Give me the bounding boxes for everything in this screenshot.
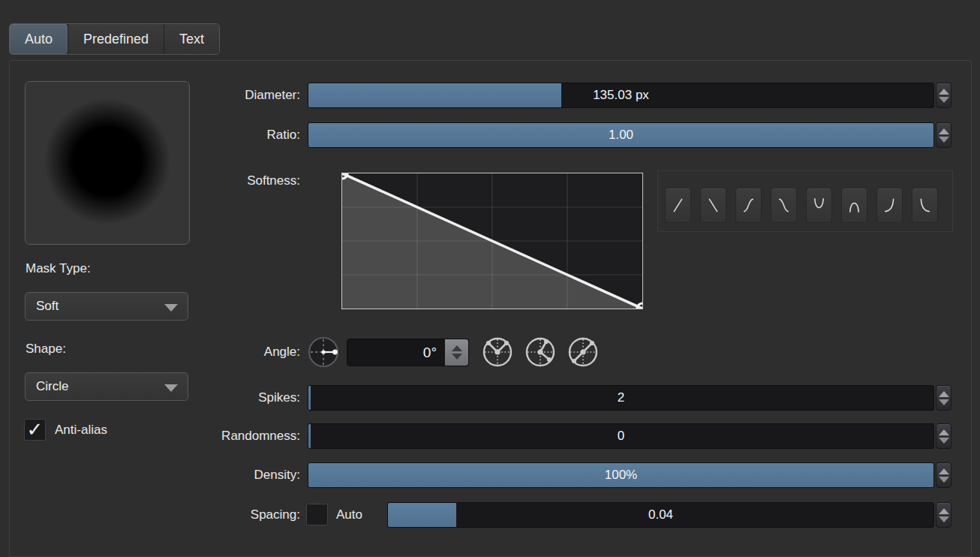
spin-up-icon[interactable] bbox=[939, 508, 949, 514]
s-curve-down-icon bbox=[776, 188, 792, 223]
brush-tip-preview bbox=[25, 81, 190, 245]
diameter-slider[interactable]: 135.03 px bbox=[308, 83, 934, 108]
tab-auto[interactable]: Auto bbox=[10, 24, 68, 54]
ratio-value: 1.00 bbox=[308, 123, 933, 147]
linear-up-icon bbox=[670, 188, 686, 223]
spin-down-icon[interactable] bbox=[939, 516, 949, 522]
angle-flip-horizontal-button[interactable] bbox=[482, 336, 513, 368]
softness-curve[interactable] bbox=[342, 173, 642, 309]
angle-spinbox[interactable]: 0° bbox=[347, 339, 469, 366]
density-spinner[interactable] bbox=[936, 462, 951, 488]
softness-curve-editor[interactable] bbox=[341, 173, 643, 309]
antialias-checkbox[interactable]: ✓ bbox=[24, 419, 46, 441]
mask-type-label: Mask Type: bbox=[26, 261, 91, 276]
spin-up-icon[interactable] bbox=[939, 391, 949, 397]
flip-diagonal-icon bbox=[567, 336, 599, 368]
angle-value: 0° bbox=[423, 339, 437, 366]
randomness-slider[interactable]: 0 bbox=[308, 423, 934, 449]
antialias-label: Anti-alias bbox=[55, 423, 107, 438]
angle-spinner[interactable] bbox=[445, 339, 468, 366]
shape-value: Circle bbox=[36, 379, 68, 393]
density-slider[interactable]: 100% bbox=[308, 462, 934, 488]
curve-preset-j-curve-down-button[interactable] bbox=[912, 188, 938, 223]
angle-flip-diagonal-button[interactable] bbox=[567, 336, 599, 368]
density-value: 100% bbox=[308, 463, 933, 487]
curve-preset-arch-button[interactable] bbox=[841, 188, 867, 223]
s-curve-up-icon bbox=[741, 188, 756, 223]
spin-down-icon[interactable] bbox=[939, 97, 949, 103]
brush-tip-tabbar: Auto Predefined Text bbox=[9, 23, 220, 55]
spin-down-icon[interactable] bbox=[939, 477, 949, 483]
diameter-value: 135.03 px bbox=[308, 83, 933, 107]
tab-predefined[interactable]: Predefined bbox=[68, 24, 164, 54]
brush-editor-panel: Auto Predefined Text Mask Type: Soft Sha… bbox=[0, 0, 980, 557]
spin-down-icon[interactable] bbox=[939, 399, 949, 405]
arch-icon bbox=[846, 188, 862, 223]
randomness-label: Randomness: bbox=[221, 423, 300, 449]
density-label: Density: bbox=[254, 462, 300, 488]
softness-label: Softness: bbox=[247, 173, 300, 189]
shape-label: Shape: bbox=[26, 342, 66, 357]
spin-up-icon[interactable] bbox=[939, 429, 949, 435]
curve-preset-s-curve-up-button[interactable] bbox=[735, 188, 762, 223]
spin-down-icon[interactable] bbox=[939, 438, 949, 444]
j-curve-down-icon bbox=[917, 188, 933, 223]
spin-up-icon[interactable] bbox=[452, 345, 462, 351]
mask-type-value: Soft bbox=[36, 299, 59, 313]
flip-vertical-icon bbox=[525, 336, 556, 368]
chevron-down-icon bbox=[164, 384, 178, 392]
spacing-label: Spacing: bbox=[251, 502, 300, 528]
linear-down-icon bbox=[705, 188, 721, 223]
flip-horizontal-icon bbox=[482, 336, 513, 368]
ratio-slider[interactable]: 1.00 bbox=[308, 122, 934, 148]
spacing-auto-checkbox[interactable] bbox=[306, 504, 328, 525]
spin-up-icon[interactable] bbox=[939, 128, 949, 134]
randomness-value: 0 bbox=[308, 424, 933, 448]
u-shape-icon bbox=[811, 188, 827, 223]
spikes-value: 2 bbox=[308, 386, 933, 410]
spin-down-icon[interactable] bbox=[939, 137, 949, 143]
spacing-auto-label: Auto bbox=[336, 507, 362, 522]
curve-preset-s-curve-down-button[interactable] bbox=[771, 188, 797, 223]
angle-label: Angle: bbox=[264, 339, 300, 365]
spin-up-icon[interactable] bbox=[939, 468, 949, 474]
spikes-spinner[interactable] bbox=[936, 385, 951, 411]
spin-up-icon[interactable] bbox=[939, 89, 949, 95]
diameter-label: Diameter: bbox=[245, 83, 300, 108]
angle-dial[interactable] bbox=[308, 336, 339, 368]
curve-preset-linear-down-button[interactable] bbox=[700, 188, 726, 223]
shape-dropdown[interactable]: Circle bbox=[25, 372, 188, 401]
curve-preset-j-curve-up-button[interactable] bbox=[876, 188, 903, 223]
chevron-down-icon bbox=[164, 304, 178, 312]
tab-text[interactable]: Text bbox=[164, 24, 219, 54]
spacing-spinner[interactable] bbox=[936, 502, 951, 528]
curve-preset-buttons bbox=[665, 188, 938, 223]
randomness-spinner[interactable] bbox=[936, 423, 951, 449]
spikes-label: Spikes: bbox=[258, 385, 300, 411]
spikes-slider[interactable]: 2 bbox=[308, 385, 934, 411]
j-curve-up-icon bbox=[882, 188, 897, 223]
spacing-slider[interactable]: 0.04 bbox=[387, 502, 934, 528]
angle-flip-vertical-button[interactable] bbox=[525, 336, 556, 368]
curve-preset-linear-up-button[interactable] bbox=[665, 188, 691, 223]
ratio-spinner[interactable] bbox=[936, 122, 951, 148]
spin-down-icon[interactable] bbox=[452, 354, 462, 360]
spacing-value: 0.04 bbox=[388, 503, 933, 527]
ratio-label: Ratio: bbox=[267, 122, 300, 148]
mask-type-dropdown[interactable]: Soft bbox=[25, 292, 188, 321]
curve-preset-u-shape-button[interactable] bbox=[806, 188, 832, 223]
diameter-spinner[interactable] bbox=[936, 83, 951, 108]
